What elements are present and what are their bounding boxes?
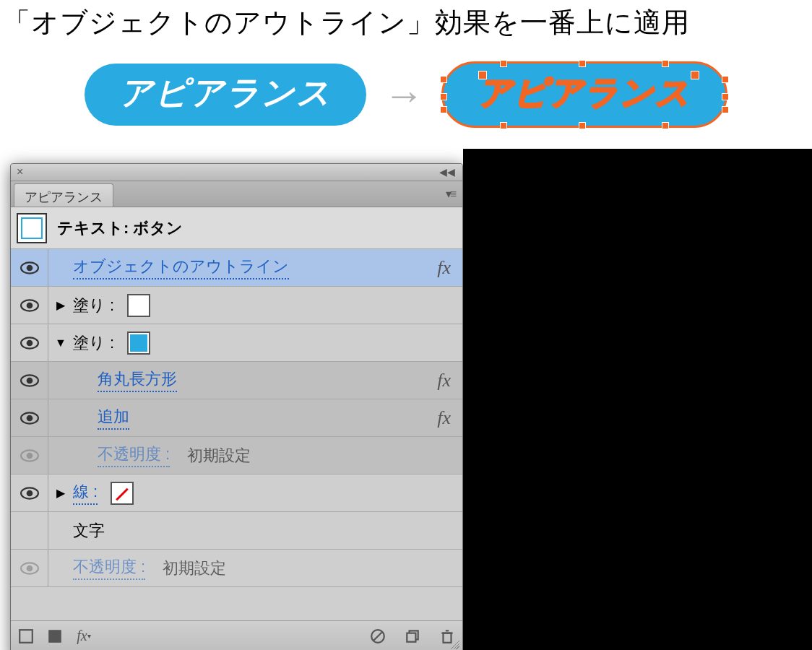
- fx-icon[interactable]: fx: [437, 370, 451, 391]
- effect-link-roundrect[interactable]: 角丸長方形: [98, 368, 177, 392]
- opacity-value: 初期設定: [187, 445, 251, 467]
- svg-point-15: [26, 565, 33, 571]
- clear-icon[interactable]: [370, 628, 386, 644]
- expand-toggle[interactable]: ▶: [48, 298, 73, 312]
- row-opacity-inner[interactable]: 不透明度 : 初期設定: [11, 437, 462, 474]
- expand-toggle[interactable]: ▶: [48, 486, 73, 500]
- no-fill-icon[interactable]: [18, 628, 34, 644]
- eye-icon: [20, 449, 39, 462]
- swatch-blue[interactable]: [127, 332, 150, 355]
- panel-body: テキスト: ボタン オブジェクトのアウトライン fx ▶ 塗り :: [11, 207, 462, 620]
- svg-point-1: [26, 264, 33, 271]
- pill-after-text: アピアランス: [478, 71, 691, 116]
- hero-illustration: アピアランス → アピアランス: [0, 41, 812, 150]
- svg-point-11: [26, 452, 33, 459]
- row-stroke[interactable]: ▶ 線 :: [11, 474, 462, 512]
- eye-icon: [20, 374, 39, 387]
- panel-spacer: [11, 587, 462, 616]
- eye-icon: [20, 261, 39, 274]
- fx-icon[interactable]: fx: [437, 407, 451, 429]
- close-icon[interactable]: ×: [17, 165, 23, 178]
- solid-fill-icon[interactable]: [47, 628, 63, 644]
- fill-label: 塗り :: [73, 295, 114, 316]
- expand-toggle[interactable]: ▼: [48, 337, 73, 350]
- canvas-black-area: [463, 149, 812, 650]
- effect-link-outline[interactable]: オブジェクトのアウトライン: [73, 256, 289, 280]
- panel-menu-icon[interactable]: ▾≡: [446, 187, 455, 201]
- swatch-white[interactable]: [127, 294, 150, 317]
- effect-link-add[interactable]: 追加: [98, 406, 129, 430]
- fill-label: 塗り :: [73, 332, 114, 354]
- row-outline-effect[interactable]: オブジェクトのアウトライン fx: [11, 249, 462, 287]
- visibility-toggle[interactable]: [11, 474, 48, 511]
- svg-point-13: [26, 490, 33, 496]
- visibility-toggle[interactable]: [11, 437, 48, 474]
- svg-rect-16: [20, 630, 33, 643]
- row-fill-white[interactable]: ▶ 塗り :: [11, 287, 462, 324]
- svg-line-19: [374, 632, 382, 640]
- panel-window-bar[interactable]: × ◀◀: [11, 164, 462, 181]
- resize-grip-icon[interactable]: [448, 638, 459, 649]
- swatch-none[interactable]: [111, 482, 134, 505]
- fx-menu-icon[interactable]: fx▾: [76, 628, 92, 644]
- eye-icon: [20, 487, 39, 500]
- tab-appearance[interactable]: アピアランス: [14, 183, 113, 207]
- eye-icon: [20, 337, 39, 350]
- row-fill-blue[interactable]: ▼ 塗り :: [11, 324, 462, 362]
- svg-rect-17: [48, 630, 61, 643]
- pill-after: アピアランス: [441, 61, 727, 128]
- collapse-icon[interactable]: ◀◀: [439, 166, 455, 178]
- visibility-toggle[interactable]: [11, 399, 48, 436]
- pill-before: アピアランス: [85, 64, 366, 126]
- opacity-link[interactable]: 不透明度 :: [98, 443, 170, 467]
- visibility-toggle[interactable]: [11, 550, 48, 586]
- svg-point-7: [26, 377, 33, 384]
- fx-icon[interactable]: fx: [437, 257, 451, 279]
- svg-point-3: [26, 302, 33, 308]
- opacity-link[interactable]: 不透明度 :: [73, 556, 145, 580]
- arrow-icon: →: [384, 72, 424, 118]
- visibility-toggle[interactable]: [11, 324, 48, 361]
- row-opacity-outer[interactable]: 不透明度 : 初期設定: [11, 550, 462, 587]
- visibility-toggle[interactable]: [11, 249, 48, 286]
- target-thumbnail: [17, 213, 47, 243]
- stroke-link[interactable]: 線 :: [73, 481, 98, 505]
- panel-footer: fx▾: [11, 620, 462, 650]
- visibility-toggle[interactable]: [11, 287, 48, 324]
- eye-icon: [20, 412, 39, 425]
- pill-after-wrap: アピアランス: [441, 61, 727, 128]
- appearance-panel: × ◀◀ アピアランス ▾≡ テキスト: ボタン オブジェクトのアウトライン f…: [10, 163, 463, 650]
- page-title: 「オブジェクトのアウトライン」効果を一番上に適用: [0, 0, 812, 41]
- visibility-toggle[interactable]: [11, 362, 48, 399]
- row-characters[interactable]: 文字: [11, 512, 462, 550]
- duplicate-icon[interactable]: [405, 628, 420, 644]
- svg-point-5: [26, 339, 33, 346]
- eye-icon: [20, 562, 39, 575]
- eye-icon: [20, 299, 39, 312]
- opacity-value: 初期設定: [163, 558, 226, 579]
- target-label: テキスト: ボタン: [57, 217, 183, 239]
- svg-point-9: [26, 415, 33, 421]
- row-target-header[interactable]: テキスト: ボタン: [11, 207, 462, 249]
- svg-rect-20: [407, 633, 415, 641]
- row-add[interactable]: 追加 fx: [11, 399, 462, 437]
- panel-tabbar: アピアランス ▾≡: [11, 181, 462, 207]
- row-round-rect[interactable]: 角丸長方形 fx: [11, 362, 462, 399]
- visibility-spacer: [11, 512, 48, 549]
- characters-label: 文字: [73, 520, 105, 542]
